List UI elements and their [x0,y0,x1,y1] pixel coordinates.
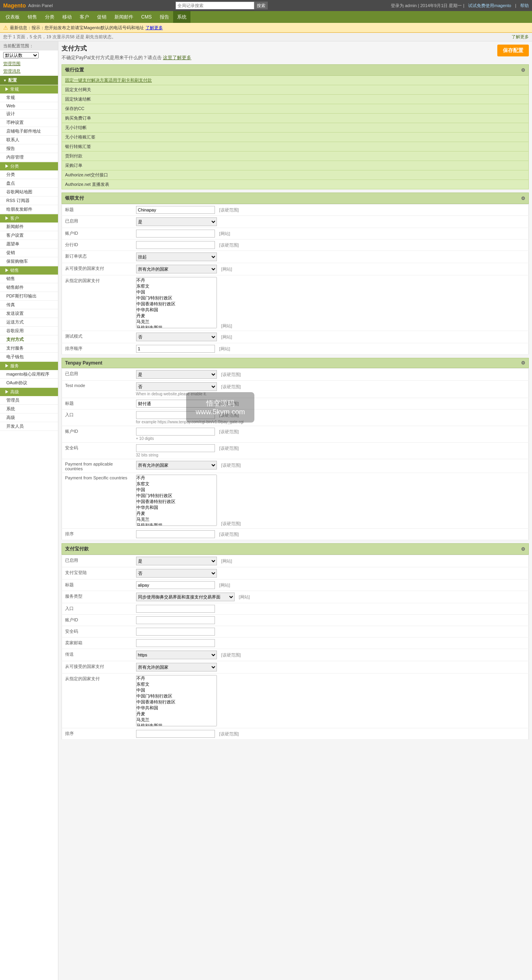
nav-mobile[interactable]: 移动 [58,11,76,23]
sidebar-item-web[interactable]: Web [0,102,58,110]
scope-select[interactable]: 默认认数 [3,52,39,58]
sidebar-item-design[interactable]: 设计 [0,110,58,118]
nav-system[interactable]: 系统 [173,11,190,23]
save-button[interactable]: 保存配置 [497,45,529,56]
tenpay-testmode-select[interactable]: 否是 [136,382,217,391]
sidebar-admin-scope[interactable]: 管理范围 [0,60,58,67]
tenpay-seccode-input[interactable] [136,444,215,452]
nav-promotions[interactable]: 促销 [93,11,110,23]
union-sortorder-input[interactable] [136,345,215,353]
sidebar-item-magento-core[interactable]: magento核心应用程序 [0,370,58,379]
alipay-login-select[interactable]: 否是 [136,569,217,578]
sidebar-item-checkout[interactable]: 发送设置 [0,309,58,318]
tenpay-entry-input[interactable] [136,411,215,419]
tenpay-title-input[interactable] [136,400,215,408]
tenpay-enabled-select[interactable]: 是否 [136,370,217,379]
sidebar-item-newsletter2[interactable]: 新闻邮件 [0,223,58,231]
union-applicable-select[interactable]: 所有允许的国家特定国家 [136,265,217,273]
bank-saved-cc[interactable]: 保存的CC [62,104,529,114]
sidebar-item-wishlist[interactable]: 愿望单 [0,240,58,249]
sidebar-item-reports[interactable]: 报告 [0,144,58,153]
trial-link[interactable]: 试试免费使用magento [468,3,511,9]
sidebar-item-sendfriend[interactable]: 给朋友发邮件 [0,205,58,214]
nav-reports[interactable]: 报告 [156,11,173,23]
alipay-specific-select[interactable]: 不丹东窑文中国 中国门/特别行政区中国香港特别行政区 中华共和国丹麦马克兰 马驻… [136,675,217,726]
alipay-sortorder-input[interactable] [136,730,215,738]
sidebar-item-customer-config[interactable]: 客户设置 [0,231,58,240]
bank-cod[interactable]: 货到付款 [62,151,529,161]
sidebar-item-promo[interactable]: 促销 [0,249,58,257]
bank-po[interactable]: 采购订单 [62,161,529,170]
tenpay-specific-select[interactable]: 不丹东窑文中国 中国门/特别行政区中国香港特别行政区 中华共和国丹麦马克兰 马驻… [136,475,217,526]
alipay-enabled-select[interactable]: 是否 [136,557,217,565]
sidebar-item-google[interactable]: 谷歌应用 [0,327,58,335]
sidebar-item-contacts[interactable]: 联系人 [0,136,58,144]
breadcrumb-link[interactable]: 了解更多 [511,34,529,40]
alipay-accountid-input[interactable] [136,616,215,624]
nav-sales[interactable]: 销售 [24,11,41,23]
union-accountid-input[interactable] [136,230,215,238]
bank-fixed-payment[interactable]: 固定一键支付解决方案适用于刷卡和刷支付款 [62,76,529,85]
nav-newsletter[interactable]: 新闻邮件 [110,11,137,23]
search-button[interactable]: 搜索 [254,2,268,9]
bank-free-order[interactable]: 购买免费订单 [62,114,529,123]
sidebar-admin-msg[interactable]: 管理消息 [0,67,58,75]
union-specific-select[interactable]: 不丹东窑文中国 中国门/特别行政区中国香港特别行政区 中华共和国丹麦马克兰 马驻… [136,277,217,328]
union-pay-gear-icon[interactable]: ⚙ [521,196,525,201]
sidebar-item-currency[interactable]: 币种设置 [0,118,58,127]
alipay-seccode-input[interactable] [136,628,215,636]
tenpay-accountid-input[interactable] [136,428,215,436]
sidebar-item-rss[interactable]: RSS 订阅器 [0,196,58,205]
alipay-transport-select[interactable]: httpshttp [136,651,217,659]
sidebar-item-cart[interactable]: 保留购物车 [0,257,58,266]
alipay-entry-input[interactable] [136,605,215,613]
tenpay-sortorder-input[interactable] [136,530,215,538]
sidebar-item-sales-email[interactable]: 销售邮件 [0,283,58,292]
page-desc-link[interactable]: 这里了解更多 [163,55,191,60]
sidebar-item-inventory[interactable]: 盘点 [0,179,58,188]
union-enabled-select[interactable]: 是否 [136,217,217,226]
union-branchid-input[interactable] [136,241,215,249]
alipay-servicetype-select[interactable]: 同步使用御鼻交易界面和直接支付交易界面 [136,593,235,601]
help-link[interactable]: 帮助 [520,3,529,9]
tenpay-gear-icon[interactable]: ⚙ [521,360,525,366]
alipay-title-input[interactable] [136,581,215,589]
sidebar-item-dev[interactable]: 开发人员 [0,422,58,431]
nav-customers[interactable]: 客户 [76,11,93,23]
sidebar-item-pdf[interactable]: PDF斯打印输出 [0,292,58,301]
sidebar-item-oauth[interactable]: OAuth协议 [0,379,58,387]
bank-no-subtotal[interactable]: 无小计结帐 [62,123,529,133]
sidebar-item-payment[interactable]: 支付方式 [0,335,58,344]
sidebar-item-system[interactable]: 系统 [0,405,58,413]
alipay-applicable-select[interactable]: 所有允许的国家特定国家 [136,663,217,671]
search-input[interactable] [175,2,254,9]
sidebar-item-shipping[interactable]: 运送方式 [0,318,58,327]
bank-authorize-direct[interactable]: Authorize.net 直播发表 [62,180,529,189]
alert-link[interactable]: 了解更多 [146,25,163,31]
bank-bank-transfer[interactable]: 无小计格账汇签 [62,133,529,142]
alipay-gear-icon[interactable]: ⚙ [521,546,525,552]
sidebar-item-email[interactable]: 店铺电子邮件地址 [0,127,58,136]
sidebar-item-fax[interactable]: 传真 [0,301,58,309]
nav-categories[interactable]: 分类 [41,11,58,23]
union-title-input[interactable] [136,206,215,214]
sidebar-item-payment-services[interactable]: 支付服务 [0,344,58,353]
bank-authorize[interactable]: Authorize.net交付接口 [62,170,529,180]
tenpay-applicable-select[interactable]: 所有允许的国家特定国家 [136,461,217,469]
sidebar-item-content[interactable]: 内容管理 [0,153,58,162]
bank-bank-transfer2[interactable]: 银行转账汇签 [62,142,529,151]
nav-cms[interactable]: CMS [137,11,156,23]
nav-dashboard[interactable]: 仪表板 [2,11,24,23]
sidebar-item-wallet[interactable]: 电子钱包 [0,353,58,361]
bank-config-gear-icon[interactable]: ⚙ [521,67,525,73]
sidebar-item-advanced[interactable]: 高级 [0,413,58,422]
sidebar-item-admin[interactable]: 管理员 [0,396,58,405]
bank-gateway[interactable]: 固定支付网关 [62,85,529,95]
bank-express[interactable]: 固定快速结帐 [62,95,529,104]
sidebar-item-sitemap[interactable]: 谷歌网站地图 [0,188,58,196]
alipay-seller-email-input[interactable] [136,639,215,647]
union-orderstatus-select[interactable]: 挂起处理中 [136,252,217,261]
sidebar-item-catalog[interactable]: 分类 [0,170,58,179]
sidebar-item-general[interactable]: 常规 [0,94,58,102]
sidebar-item-sales[interactable]: 销售 [0,275,58,283]
